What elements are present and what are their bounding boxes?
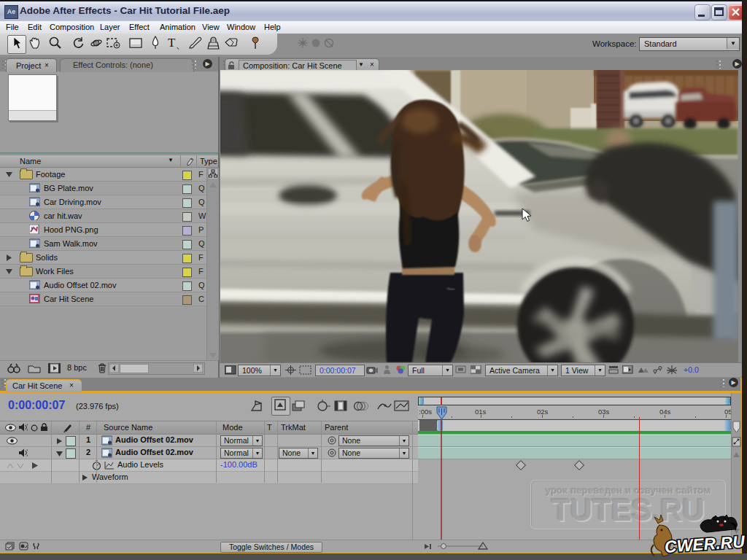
svg-text:CWER.RU: CWER.RU <box>664 532 746 556</box>
svg-text:T: T <box>168 36 176 50</box>
